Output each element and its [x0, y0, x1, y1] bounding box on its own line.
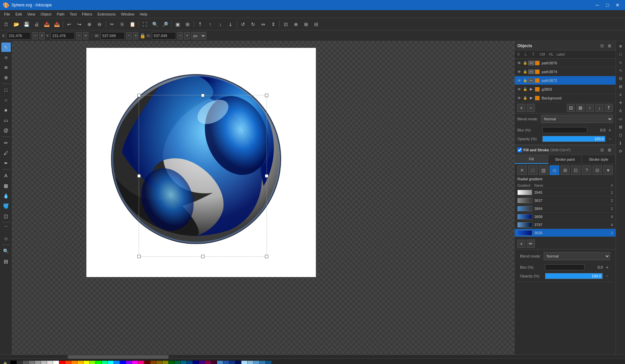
w-input[interactable]: [101, 32, 125, 39]
palette-color[interactable]: [17, 361, 23, 364]
menu-file[interactable]: File: [1, 11, 13, 17]
new-button[interactable]: 🗋: [1, 20, 11, 29]
palette-color[interactable]: [83, 361, 89, 364]
star-tool[interactable]: ★: [1, 105, 11, 115]
snap-global-btn[interactable]: ⊕: [617, 42, 624, 50]
lock-proportions[interactable]: 🔒: [140, 33, 145, 38]
save-button[interactable]: 💾: [22, 20, 31, 29]
visibility-icon-background[interactable]: 👁: [516, 95, 522, 101]
raise-top-button[interactable]: ⤒: [195, 20, 205, 29]
paste-button[interactable]: 📋: [128, 20, 137, 29]
export-button[interactable]: 📤: [52, 20, 61, 29]
y-input[interactable]: [51, 32, 75, 39]
palette-color[interactable]: [35, 361, 41, 364]
snap-bbox-button[interactable]: ⊞: [301, 20, 311, 29]
palette-color[interactable]: [47, 361, 53, 364]
palette-color[interactable]: [102, 361, 108, 364]
gradient-row-3837[interactable]: 3837 2: [515, 196, 616, 205]
x-input[interactable]: [7, 32, 31, 39]
lock-icon-g3859[interactable]: 🔓: [522, 86, 528, 92]
search-tool[interactable]: 🔍: [1, 246, 11, 256]
palette-color[interactable]: [266, 361, 272, 364]
palette-color[interactable]: [199, 361, 205, 364]
visibility-icon-path3874[interactable]: 👁: [516, 69, 522, 75]
palette-color[interactable]: [168, 361, 174, 364]
xml-editor-btn[interactable]: ⟨⟩: [617, 131, 624, 139]
gradient-row-3864[interactable]: 3864 1: [515, 205, 616, 213]
fill-tool[interactable]: 🪣: [1, 201, 11, 211]
palette-color[interactable]: [41, 361, 47, 364]
edit-gradient-btn[interactable]: ✏: [527, 240, 535, 248]
palette-color[interactable]: [108, 361, 114, 364]
palette-color[interactable]: [193, 361, 199, 364]
palette-color[interactable]: [217, 361, 223, 364]
canvas-hscroll[interactable]: [0, 355, 625, 359]
connector-tool[interactable]: ⌒: [1, 224, 11, 233]
snap-guide-btn2[interactable]: ⊟: [617, 75, 624, 82]
palette-color[interactable]: [53, 361, 59, 364]
undo-button[interactable]: ↩: [64, 20, 74, 29]
snap-node-btn[interactable]: ⌾: [617, 59, 624, 66]
calligraphy-tool[interactable]: ✒: [1, 158, 11, 168]
snap-page-btn[interactable]: ▭: [617, 115, 624, 123]
palette-color[interactable]: [132, 361, 138, 364]
palette-color[interactable]: [10, 361, 17, 364]
x-inc[interactable]: +: [39, 32, 45, 39]
tweak-tool[interactable]: ≋: [1, 63, 11, 72]
opacity-bar-container[interactable]: 100.0: [542, 136, 605, 142]
palette-color[interactable]: [114, 361, 120, 364]
menu-window[interactable]: Window: [118, 11, 137, 17]
gradient-tool[interactable]: ▦: [1, 181, 11, 190]
lock-icon-path3874[interactable]: 🔓: [522, 69, 528, 75]
palette-color[interactable]: [187, 361, 193, 364]
open-button[interactable]: 📂: [11, 20, 21, 29]
palette-color[interactable]: [156, 361, 162, 364]
palette-color[interactable]: [150, 361, 156, 364]
object-row-path3876[interactable]: 👁 🔓 ab path3876: [515, 59, 616, 67]
transform-btn[interactable]: ⟳: [617, 148, 624, 155]
bottom-blend-select[interactable]: Normal Multiply Screen: [544, 252, 610, 260]
lower-bottom-button[interactable]: ⤓: [226, 20, 235, 29]
bottom-opacity-dec-btn[interactable]: −: [604, 273, 610, 279]
flip-v-button[interactable]: ⇕: [269, 20, 278, 29]
palette-color[interactable]: [162, 361, 168, 364]
palette-color[interactable]: [181, 361, 187, 364]
fill-type-swatch[interactable]: ⊡: [571, 165, 580, 175]
h-inc[interactable]: +: [184, 32, 190, 39]
layers-tool[interactable]: ▤: [1, 256, 11, 266]
palette-color[interactable]: [229, 361, 235, 364]
palette-color[interactable]: [247, 361, 253, 364]
lower-button[interactable]: ↓: [216, 20, 225, 29]
palette-color[interactable]: [96, 361, 102, 364]
palette-color[interactable]: [138, 361, 144, 364]
menu-filters[interactable]: Filters: [79, 11, 95, 17]
snap-guide-button[interactable]: ⊟: [311, 20, 321, 29]
palette-color[interactable]: [126, 361, 132, 364]
pen-tool[interactable]: 🖊: [1, 148, 11, 158]
palette-color[interactable]: [205, 361, 211, 364]
y-dec[interactable]: −: [76, 32, 82, 39]
palette-color[interactable]: [23, 361, 29, 364]
add-object-btn[interactable]: +: [517, 104, 525, 112]
gradient-row-3808[interactable]: 3808 4: [515, 213, 616, 221]
tab-stroke-paint[interactable]: Stroke paint: [548, 155, 582, 164]
snap-center-btn[interactable]: ✛: [617, 99, 624, 107]
menu-path[interactable]: Path: [54, 11, 67, 17]
y-inc[interactable]: +: [83, 32, 88, 39]
visibility-icon-path3872[interactable]: 👁: [516, 78, 522, 84]
circle-tool[interactable]: ○: [1, 95, 11, 105]
snap-text-btn[interactable]: A: [617, 107, 624, 115]
lock-icon-path3872[interactable]: 🔓: [522, 78, 528, 84]
palette-color[interactable]: [260, 361, 266, 364]
palette-color[interactable]: [29, 361, 35, 364]
measure-tool[interactable]: ⊹: [1, 234, 11, 243]
copy-button[interactable]: ⎘: [117, 20, 127, 29]
lock-icon-background[interactable]: 🔓: [522, 95, 528, 101]
palette-color[interactable]: [241, 361, 247, 364]
import-button[interactable]: 📥: [42, 20, 51, 29]
palette-color[interactable]: [65, 361, 71, 364]
w-dec[interactable]: −: [126, 32, 132, 39]
palette-color[interactable]: [253, 361, 260, 364]
object-row-g3859[interactable]: 👁 🔓 ▶ g3859: [515, 85, 616, 94]
gradient-row-3797[interactable]: 3797 4: [515, 221, 616, 229]
